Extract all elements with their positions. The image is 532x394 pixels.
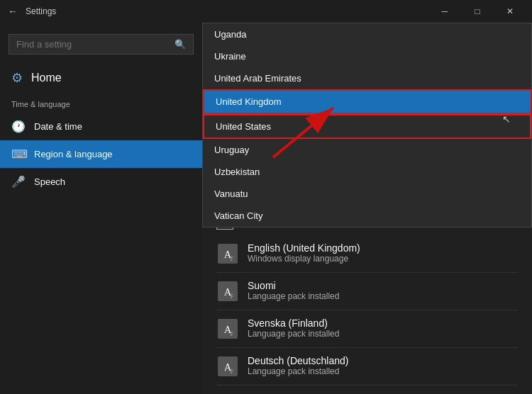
sidebar-item-label: Speech [34,176,65,187]
minimize-button[interactable]: ─ [428,0,461,23]
language-icon-1: A F [216,280,239,303]
sidebar-item-region-language[interactable]: ⌨ Region & language [0,140,202,168]
dropdown-item-uganda[interactable]: Uganda [203,23,531,45]
language-icon-3: A F [216,355,239,378]
language-status-1: Language pack installed [248,291,339,301]
language-info-2: Svenska (Finland) Language pack installe… [248,317,339,339]
language-item-1[interactable]: A F Suomi Language pack installed [216,273,518,310]
language-status-2: Language pack installed [248,329,339,339]
window-controls: ─ □ ✕ [428,0,526,23]
language-name-2: Svenska (Finland) [248,317,339,329]
dropdown-item-vatican[interactable]: Vatican City [203,205,531,227]
maximize-button[interactable]: □ [461,0,494,23]
sidebar: 🔍 ⚙ Home Time & language 🕐 Date & time ⌨… [0,23,202,394]
dropdown-item-uae[interactable]: United Arab Emirates [203,67,531,89]
dropdown-item-uruguay[interactable]: Uruguay [203,139,531,161]
language-name-1: Suomi [248,280,339,291]
sidebar-item-speech[interactable]: 🎤 Speech [0,168,202,196]
close-button[interactable]: ✕ [494,0,526,23]
dropdown-item-ukraine[interactable]: Ukraine [203,45,531,67]
sidebar-item-home[interactable]: ⚙ Home [0,63,202,93]
svg-text:F: F [230,368,233,375]
content-area: Uganda Ukraine United Arab Emirates Unit… [202,23,532,394]
search-icon: 🔍 [174,39,186,50]
dropdown-item-uk[interactable]: United Kingdom [203,89,531,114]
gear-icon: ⚙ [11,70,23,86]
microphone-icon: 🎤 [11,175,26,188]
language-item-3[interactable]: A F Deutsch (Deutschland) Language pack … [216,348,518,385]
svg-text:F: F [230,330,233,337]
sidebar-item-date-time[interactable]: 🕐 Date & time [0,113,202,140]
language-status-3: Language pack installed [248,366,348,376]
window-title: Settings [26,6,423,16]
language-info-3: Deutsch (Deutschland) Language pack inst… [248,355,348,376]
home-label: Home [31,72,62,84]
svg-text:F: F [230,255,233,262]
language-name-3: Deutsch (Deutschland) [248,355,348,366]
language-item-2[interactable]: A F Svenska (Finland) Language pack inst… [216,310,518,348]
dropdown-item-us[interactable]: United States [203,114,531,139]
title-bar: ← Settings ─ □ ✕ [0,0,532,23]
language-name-0: English (United Kingdom) [248,242,360,254]
search-box[interactable]: 🔍 [9,34,194,55]
language-icon-2: A F [216,317,239,340]
keyboard-icon: ⌨ [11,147,26,161]
language-info-1: Suomi Language pack installed [248,280,339,301]
language-item-0[interactable]: A F English (United Kingdom) Windows dis… [216,235,518,273]
language-status-0: Windows display language [248,254,360,264]
country-dropdown[interactable]: Uganda Ukraine United Arab Emirates Unit… [202,23,532,227]
language-icon-0: A F [216,242,239,265]
sidebar-item-label: Region & language [34,149,113,159]
dropdown-item-uzbekistan[interactable]: Uzbekistan [203,161,531,183]
clock-icon: 🕐 [11,120,26,133]
language-info-0: English (United Kingdom) Windows display… [248,242,360,264]
back-button[interactable]: ← [6,4,20,18]
main-container: 🔍 ⚙ Home Time & language 🕐 Date & time ⌨… [0,23,532,394]
dropdown-item-vanuatu[interactable]: Vanuatu [203,183,531,205]
search-input[interactable] [16,39,169,50]
sidebar-section-label: Time & language [0,93,202,113]
svg-text:F: F [230,293,233,300]
sidebar-item-label: Date & time [34,121,82,132]
